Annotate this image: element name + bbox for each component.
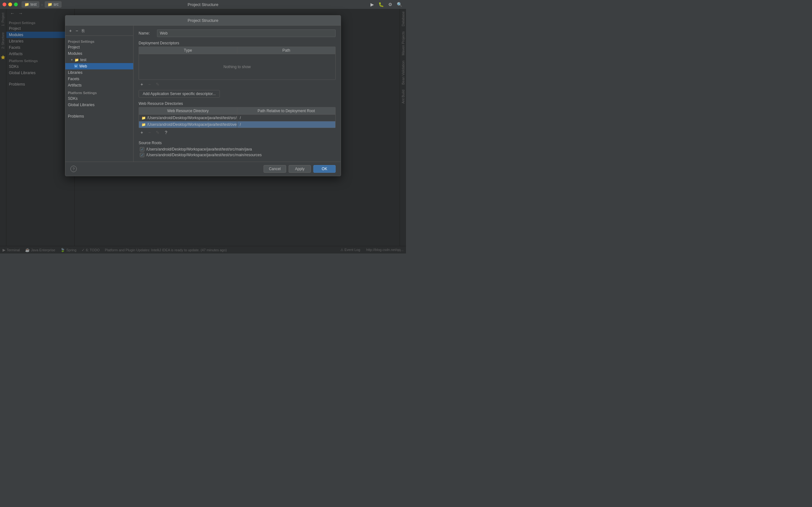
deployment-edit-btn[interactable]: ✎ (154, 81, 161, 88)
dialog-tree: Project Settings Project Modules ▼ (65, 36, 133, 121)
dialog-platform-settings-label: Platform Settings (65, 89, 133, 95)
web-resource-add-btn[interactable]: + (139, 129, 145, 135)
dialog-project-settings-label: Project Settings (65, 37, 133, 44)
web-resource-toolbar: + − ✎ ? (139, 128, 336, 137)
module-web-item[interactable]: W Web (65, 63, 133, 69)
source-roots-title: Source Roots (139, 141, 336, 145)
deployment-toolbar: + − ✎ (139, 80, 336, 89)
web-resource-row-1[interactable]: 📁 /Users/android/Desktop/Workspace/java/… (139, 121, 335, 128)
dialog-help-btn[interactable]: ? (70, 166, 77, 172)
name-row: Name: (139, 30, 336, 37)
source-root-path-0: /Users/android/Desktop/Workspace/java/te… (146, 147, 252, 152)
dialog-item-sdks[interactable]: SDKs (65, 95, 133, 102)
web-dir-cell-1: 📁 /Users/android/Desktop/Workspace/java/… (139, 121, 237, 128)
dialog-remove-btn[interactable]: − (74, 27, 79, 34)
dialog-item-artifacts[interactable]: Artifacts (65, 82, 133, 89)
dialog-overlay: Project Structure + − ⎘ Project Settings… (0, 9, 406, 253)
toolbar-run-btn[interactable]: ▶ (369, 1, 375, 8)
ok-button[interactable]: OK (313, 165, 336, 173)
web-resource-table: Web Resource Directory Path Relative to … (139, 107, 336, 128)
deployment-add-btn[interactable]: + (139, 81, 145, 88)
expand-arrow: ▼ (70, 58, 73, 61)
source-root-checkbox-1[interactable]: ✓ (140, 153, 144, 157)
add-descriptor-btn[interactable]: Add Application Server specific descript… (139, 90, 220, 98)
module-test-item[interactable]: ▼ 📁 test (65, 57, 133, 63)
source-roots-section: Source Roots ✓ /Users/android/Desktop/Wo… (139, 141, 336, 158)
traffic-lights (3, 3, 18, 6)
project-structure-dialog: Project Structure + − ⎘ Project Settings… (65, 15, 341, 176)
folder-icon-1: 📁 (142, 123, 146, 127)
dialog-body: + − ⎘ Project Settings Project Modules (65, 26, 341, 162)
maximize-button[interactable] (14, 3, 18, 6)
web-resource-title: Web Resource Directories (139, 101, 336, 106)
web-resource-row-0[interactable]: 📁 /Users/android/Desktop/Workspace/java/… (139, 115, 335, 121)
web-resource-edit-btn[interactable]: ✎ (154, 129, 161, 135)
toolbar-settings-btn[interactable]: ⚙ (387, 1, 394, 8)
search-btn[interactable]: 🔍 (396, 1, 403, 8)
path-column-header: Path (237, 47, 335, 54)
source-root-checkbox-0[interactable]: ✓ (140, 147, 144, 152)
deployment-root-header: Path Relative to Deployment Root (237, 107, 335, 114)
dialog-item-project[interactable]: Project (65, 44, 133, 50)
dialog-item-modules[interactable]: Modules (65, 50, 133, 57)
dialog-item-facets[interactable]: Facets (65, 76, 133, 82)
close-button[interactable] (3, 3, 6, 6)
dialog-title: Project Structure (65, 15, 341, 26)
web-resource-table-header: Web Resource Directory Path Relative to … (139, 107, 335, 115)
web-dir-cell-0: 📁 /Users/android/Desktop/Workspace/java/… (139, 115, 237, 121)
type-column-header: Type (139, 47, 237, 54)
svg-text:W: W (74, 65, 78, 68)
deployment-table-header: Type Path (139, 47, 335, 54)
apply-button[interactable]: Apply (289, 165, 311, 173)
web-facet-icon: W (74, 64, 78, 68)
path-cell-0: / (237, 115, 335, 121)
dialog-add-btn[interactable]: + (68, 27, 73, 34)
source-root-row-1: ✓ /Users/android/Desktop/Workspace/java/… (139, 152, 336, 158)
empty-message: Nothing to show (223, 65, 251, 69)
deployment-descriptors-table: Type Path Nothing to show (139, 47, 336, 80)
toolbar-debug-btn[interactable]: 🐛 (377, 1, 385, 8)
dialog-footer: ? Cancel Apply OK (65, 162, 341, 176)
dialog-item-global-libs[interactable]: Global Libraries (65, 102, 133, 108)
deployment-table-body: Nothing to show (139, 54, 335, 79)
src-folder-icon: 📁 (48, 2, 52, 7)
web-resource-dir-header: Web Resource Directory (139, 107, 237, 114)
cancel-button[interactable]: Cancel (264, 165, 286, 173)
path-cell-1: / (237, 121, 335, 128)
src-breadcrumb[interactable]: 📁 src (45, 1, 61, 8)
dialog-sidebar-header: + − ⎘ (65, 26, 133, 36)
name-input[interactable] (157, 30, 336, 37)
window-title: Project Structure (188, 2, 218, 7)
dialog-main-panel: Name: Deployment Descriptors Type Path (134, 26, 341, 162)
folder-icon-0: 📁 (142, 116, 146, 120)
ide-container: 1: Project 2: Structure ⭐ ← → Project Se… (0, 9, 406, 253)
web-resource-remove-btn[interactable]: − (146, 129, 153, 135)
name-label: Name: (139, 31, 154, 36)
dialog-item-libraries[interactable]: Libraries (65, 69, 133, 76)
dialog-sidebar: + − ⎘ Project Settings Project Modules (65, 26, 134, 162)
deployment-remove-btn[interactable]: − (146, 81, 153, 88)
source-root-path-1: /Users/android/Desktop/Workspace/java/te… (146, 153, 262, 157)
web-resource-help-btn[interactable]: ? (163, 129, 169, 135)
title-bar: 📁 test › 📁 src Project Structure ▶ 🐛 ⚙ 🔍 (0, 0, 406, 9)
web-resource-section: Web Resource Directories Web Resource Di… (139, 101, 336, 137)
dialog-item-problems[interactable]: Problems (65, 113, 133, 119)
deployment-descriptors-title: Deployment Descriptors (139, 41, 336, 45)
folder-icon: 📁 (24, 2, 29, 7)
dialog-copy-btn[interactable]: ⎘ (81, 27, 86, 34)
module-folder-icon: 📁 (74, 58, 79, 62)
minimize-button[interactable] (8, 3, 12, 6)
module-tree: ▼ 📁 test W (65, 57, 133, 69)
deployment-descriptors-section: Deployment Descriptors Type Path Nothing… (139, 41, 336, 98)
source-root-row-0: ✓ /Users/android/Desktop/Workspace/java/… (139, 147, 336, 152)
project-breadcrumb[interactable]: 📁 test (21, 1, 39, 8)
